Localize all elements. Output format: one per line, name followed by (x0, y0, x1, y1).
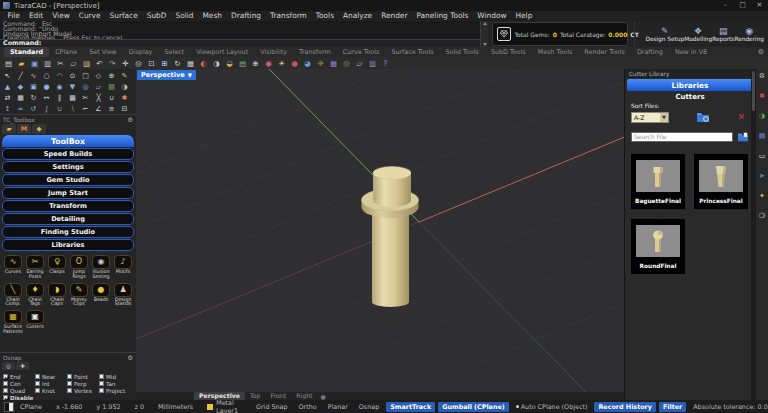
undo-icon[interactable]: ↶ (93, 58, 106, 69)
materials-tab-icon[interactable]: M (17, 124, 31, 134)
jump-rings-tool[interactable]: O Jump Rings (68, 255, 90, 280)
modelling-button[interactable]: ❖ Modelling (684, 26, 712, 42)
circle-icon[interactable]: ○ (40, 70, 53, 81)
redo-icon[interactable]: ↷ (106, 58, 119, 69)
osnap-checkbox[interactable]: Mid (99, 373, 131, 380)
menu-item[interactable]: Tools (311, 11, 338, 21)
curves-tool[interactable]: ∿ Curves (2, 255, 24, 280)
display-icon[interactable]: ◑ (759, 112, 765, 120)
osnap-checkbox[interactable]: Int (35, 380, 67, 387)
chain-tags-tool[interactable]: ♦ Chain Tags (24, 283, 46, 308)
rotate-tool-icon[interactable]: ↻ (27, 92, 40, 103)
toolbar-tab[interactable]: Curve Tools (337, 47, 386, 57)
scroll-down-icon[interactable] (483, 43, 487, 46)
menu-item[interactable]: Drafting (226, 11, 265, 21)
status-pane[interactable]: Planar (324, 402, 352, 412)
toolbar-tab[interactable]: Solid Tools (440, 47, 485, 57)
osnap-checkbox[interactable]: Tan (99, 380, 131, 387)
lock-icon[interactable]: ◒ (223, 58, 236, 69)
trim-tool-icon[interactable]: ✂ (79, 92, 92, 103)
libraries-header[interactable]: Libraries (627, 79, 753, 91)
sweep-tool-icon[interactable]: ∫ (40, 103, 53, 114)
menu-item[interactable]: Transform (266, 11, 312, 21)
osnap-checkbox[interactable]: Knot (35, 387, 67, 394)
osnap-checkbox[interactable]: Vertex (67, 387, 99, 394)
toolbar-tab[interactable]: Drafting (631, 47, 669, 57)
gear-icon[interactable]: ⚙ (127, 354, 133, 362)
boolean-union-icon[interactable]: ∪ (53, 103, 66, 114)
rectangle-icon[interactable]: □ (79, 70, 92, 81)
menu-item[interactable]: SubD (142, 11, 171, 21)
mirror-tool-icon[interactable]: ∥ (53, 92, 66, 103)
menu-item[interactable]: Render (377, 11, 412, 21)
point-icon[interactable]: ⊕ (105, 70, 118, 81)
toolbar-tab[interactable]: Surface Tools (385, 47, 439, 57)
new-file-icon[interactable]: ▤ (2, 58, 15, 69)
move-tool-icon[interactable]: ⇄ (1, 92, 14, 103)
toolbox-button[interactable]: Detailing (2, 213, 134, 225)
status-layer[interactable]: Metal Layer1 (207, 399, 238, 413)
status-pane[interactable]: Auto CPlane (Object) (512, 402, 592, 412)
command-history[interactable]: Command: _EscCommand: _UndoUndoing Impor… (0, 21, 480, 47)
viewport-tab[interactable]: Right (291, 392, 317, 400)
menu-item[interactable]: Help (511, 11, 537, 21)
viewport-title-tab[interactable]: Perspective ▼ (137, 70, 196, 80)
light-icon[interactable]: ☀ (275, 58, 288, 69)
world-icon[interactable]: ◎ (340, 58, 353, 69)
grid-icon[interactable]: ▦ (327, 58, 340, 69)
paste-icon[interactable]: ▨ (80, 58, 93, 69)
status-pane[interactable]: Ortho (295, 402, 321, 412)
material-icon[interactable]: ● (288, 58, 301, 69)
rotate-view-icon[interactable]: ↻ (171, 58, 184, 69)
chamfer-tool-icon[interactable]: ∠ (92, 103, 105, 114)
beads-tool[interactable]: ● Beads (90, 283, 112, 308)
fillet-tool-icon[interactable]: ⌐ (79, 103, 92, 114)
layer-icon[interactable]: ▤ (236, 58, 249, 69)
toolbar-tab[interactable]: Render Tools (578, 47, 631, 57)
viewport-tab[interactable]: Front (266, 392, 292, 400)
osnap-checkbox[interactable]: End (3, 373, 35, 380)
gear-icon[interactable]: ⚙ (759, 72, 765, 80)
open-file-icon[interactable]: ▰ (15, 58, 28, 69)
copy-icon[interactable]: ▱ (67, 58, 80, 69)
render-icon[interactable]: ◕ (301, 58, 314, 69)
split-tool-icon[interactable]: ╳ (92, 92, 105, 103)
revolve-tool-icon[interactable]: ↺ (27, 103, 40, 114)
design-stands-tool[interactable]: ♟ Design Stands (112, 283, 134, 308)
money-clips-tool[interactable]: ✎ Money Clips (68, 283, 90, 308)
minimize-button[interactable]: – (717, 0, 734, 11)
viewport-tab[interactable]: Top (245, 392, 265, 400)
zoom-extents-icon[interactable]: ⊞ (158, 58, 171, 69)
status-cplane[interactable]: CPlane (20, 403, 42, 411)
plane-icon[interactable]: ▱ (92, 81, 105, 92)
alerts-icon[interactable]: ✱ (759, 92, 765, 100)
pan-icon[interactable]: ✛ (119, 58, 132, 69)
toolbox-button[interactable]: Jump Start (2, 187, 134, 199)
join-tool-icon[interactable]: ∪ (105, 92, 118, 103)
viewport-canvas[interactable]: Perspective ▼ (136, 69, 624, 392)
scale-tool-icon[interactable]: ↔ (40, 92, 53, 103)
cutter-card[interactable]: BaguetteFinal (631, 154, 685, 209)
command-prompt[interactable]: Command: (0, 39, 480, 47)
toolbox-button[interactable]: Libraries (2, 239, 134, 251)
text-icon[interactable]: ✎ (118, 70, 131, 81)
chain-comp-tool[interactable]: ╲ Chain Comp. (2, 283, 24, 308)
osnap-checkbox[interactable]: Project (99, 387, 131, 394)
toolbar-tab[interactable]: Visibility (254, 47, 293, 57)
toolbox-button[interactable]: Gem Studio (2, 174, 134, 186)
search-input[interactable] (631, 132, 733, 142)
open-folder-icon[interactable] (737, 127, 749, 146)
cylinder-icon[interactable]: ◉ (53, 81, 66, 92)
zoom-window-icon[interactable]: ⊡ (145, 58, 158, 69)
status-units[interactable]: Millimeters (158, 403, 193, 411)
toolbar-tab[interactable]: Select (158, 47, 190, 57)
osnap-checkbox[interactable]: Quad (3, 387, 35, 394)
share-icon[interactable]: ➤ (759, 172, 765, 180)
toolbar-tab[interactable]: Standard (4, 47, 49, 57)
layer-color-toggle-icon[interactable] (4, 402, 14, 412)
osnap-checkbox[interactable]: Perp (67, 380, 99, 387)
properties-icon[interactable]: ▥ (366, 58, 379, 69)
design-setup-button[interactable]: ✎ Design Setup (645, 26, 684, 42)
hide-icon[interactable]: ◐ (197, 58, 210, 69)
add-viewport-icon[interactable]: ● (320, 393, 325, 400)
